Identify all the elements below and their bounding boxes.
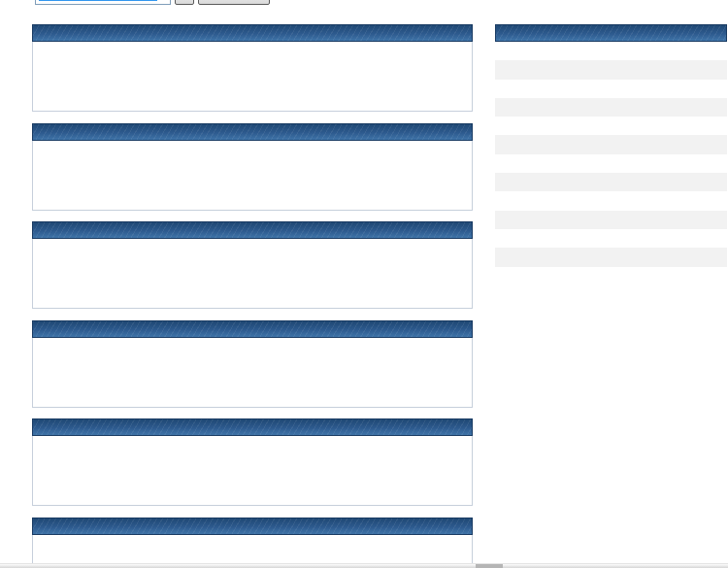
row-label xyxy=(495,248,585,266)
item-change-account-password[interactable] xyxy=(296,42,383,111)
view-account-details-icon xyxy=(61,47,92,78)
item-website-templates[interactable] xyxy=(209,338,296,407)
item-label xyxy=(120,79,208,106)
section-domains xyxy=(32,123,473,211)
item-modify-mx-record[interactable] xyxy=(296,239,383,308)
website-promotion-arrow-icon xyxy=(413,146,444,177)
row-label xyxy=(495,42,585,60)
item-label xyxy=(296,79,383,106)
item-label xyxy=(120,375,208,402)
item-label xyxy=(384,276,472,303)
getting-started-info-icon xyxy=(149,47,181,78)
email-forward-envelope-icon xyxy=(237,244,268,275)
row-label xyxy=(495,191,585,210)
account-row-username xyxy=(495,60,727,79)
section-header-software-services xyxy=(32,518,473,535)
section-header-domains xyxy=(32,123,473,141)
item-label xyxy=(296,473,383,500)
item-label xyxy=(209,276,296,303)
item-label xyxy=(209,375,296,402)
ftp-server-icon xyxy=(61,441,92,472)
item-file-manager[interactable] xyxy=(120,436,208,505)
section-body-useful-stuff xyxy=(32,338,473,408)
item-label xyxy=(33,276,120,303)
section-body-email xyxy=(32,239,473,309)
folder-documents-icon xyxy=(237,441,268,472)
item-upgrade-account[interactable] xyxy=(384,42,472,111)
item-label xyxy=(33,178,120,205)
item-manage-email-accounts[interactable] xyxy=(33,239,120,308)
create-new-button[interactable] xyxy=(198,0,270,5)
item-label xyxy=(33,375,120,402)
domain-select-input[interactable] xyxy=(35,0,171,5)
website-restore-box-icon xyxy=(61,343,92,374)
item-label xyxy=(209,79,296,106)
section-main-menu xyxy=(32,24,473,112)
item-website-promotion-guide[interactable] xyxy=(384,141,472,210)
item-stats-tracking-code[interactable] xyxy=(384,338,472,407)
item-label xyxy=(209,473,296,500)
item-label xyxy=(33,473,120,500)
section-header-email xyxy=(32,221,473,239)
account-row-password xyxy=(495,80,727,98)
item-view-account-details[interactable] xyxy=(33,42,120,111)
subdomains-blocks-icon xyxy=(61,146,92,177)
item-label xyxy=(120,178,208,205)
webmail-book-icon xyxy=(149,244,181,275)
account-row-php-version xyxy=(495,211,727,229)
item-subdomains[interactable] xyxy=(33,141,120,210)
item-parked-domains[interactable] xyxy=(120,141,208,210)
account-row-domain xyxy=(495,42,727,60)
item-webmail[interactable] xyxy=(120,239,208,308)
section-useful-stuff xyxy=(32,320,473,408)
item-another-file-manager[interactable] xyxy=(209,436,296,505)
row-label xyxy=(495,154,585,173)
go-button[interactable] xyxy=(175,0,194,5)
section-header-useful-stuff xyxy=(32,320,473,338)
item-label xyxy=(384,473,472,500)
upgrade-ribbon-icon xyxy=(413,47,444,78)
section-body-domains xyxy=(32,141,473,211)
account-row-status xyxy=(495,267,727,285)
item-view-ftp-details[interactable] xyxy=(33,436,120,505)
item-more-email-services[interactable] xyxy=(384,239,472,308)
item-1-click-website-restore[interactable] xyxy=(33,338,120,407)
item-backups[interactable] xyxy=(384,436,472,505)
email-services-flowchart-icon xyxy=(413,244,444,275)
row-label xyxy=(495,173,585,191)
scrollbar-thumb[interactable] xyxy=(476,564,503,568)
horizontal-scrollbar[interactable] xyxy=(0,563,728,568)
website-stats-chart-icon xyxy=(324,343,355,374)
item-addon-domains[interactable] xyxy=(209,141,296,210)
file-manager-box-icon xyxy=(149,441,181,472)
account-row-ip-address xyxy=(495,173,727,191)
js-tracking-code-icon xyxy=(413,343,444,374)
item-label xyxy=(384,79,472,106)
item-website-stats[interactable] xyxy=(296,338,383,407)
domain-tools-gears-icon xyxy=(324,146,355,177)
item-email-forwarders[interactable] xyxy=(209,239,296,308)
item-disk-space-usage[interactable] xyxy=(296,436,383,505)
row-label xyxy=(495,98,585,117)
account-row-server-name xyxy=(495,154,727,173)
account-row-bandwidth xyxy=(495,117,727,135)
account-row-disk-usage xyxy=(495,98,727,117)
item-label xyxy=(296,178,383,205)
section-email xyxy=(32,221,473,309)
account-information-header xyxy=(495,24,727,42)
change-password-keys-icon xyxy=(324,47,355,78)
account-information-rows xyxy=(495,42,727,285)
parked-domains-recycle-icon xyxy=(149,146,181,177)
item-label xyxy=(384,375,472,402)
item-frequency-asked-questions[interactable] xyxy=(209,42,296,111)
account-row-activated-on xyxy=(495,248,727,266)
item-getting-started-information[interactable] xyxy=(120,42,208,111)
row-label xyxy=(495,80,585,98)
database-restore-cube-icon xyxy=(149,343,181,374)
section-software-services xyxy=(32,518,473,568)
section-header-files xyxy=(32,418,473,436)
account-row-mysql-version xyxy=(495,229,727,248)
item-domain-tools[interactable] xyxy=(296,141,383,210)
item-1-click-database-restore[interactable] xyxy=(120,338,208,407)
row-label xyxy=(495,229,585,248)
